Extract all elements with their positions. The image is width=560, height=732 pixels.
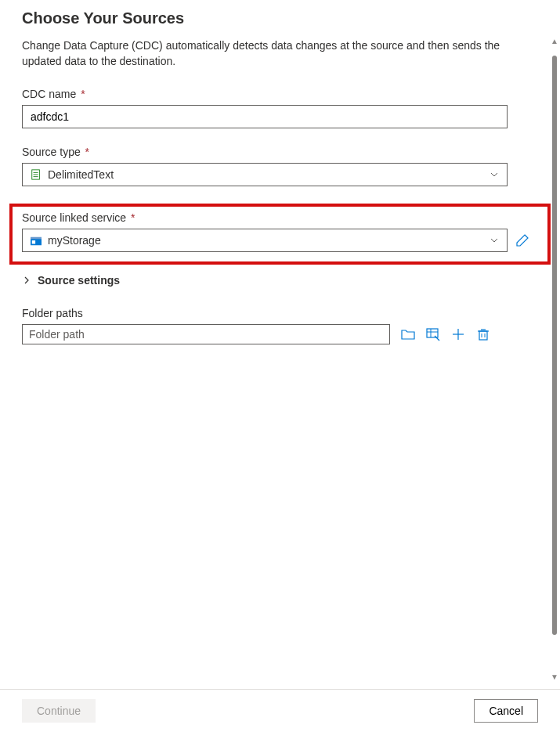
svg-rect-6 [32,240,35,243]
linked-service-value: myStorage [48,234,490,247]
browse-folder-icon[interactable] [401,327,415,341]
cdc-name-field: CDC name * [22,88,538,128]
footer: Continue Cancel [0,689,560,732]
folder-paths-label: Folder paths [22,307,538,319]
source-type-field: Source type * DelimitedText [22,146,538,186]
required-marker: * [131,211,135,224]
chevron-down-icon [490,236,499,245]
edit-icon[interactable] [515,233,529,247]
required-marker: * [85,146,89,158]
required-marker: * [81,88,85,100]
cdc-name-input[interactable] [22,105,508,128]
page-description: Change Data Capture (CDC) automatically … [22,38,523,69]
chevron-down-icon [490,170,499,179]
svg-rect-12 [479,331,487,340]
linked-service-field: Source linked service * myStorage [22,211,538,252]
folder-path-input[interactable] [22,324,390,344]
source-settings-toggle[interactable]: Source settings [22,274,538,287]
form-content: Choose Your Sources Change Data Capture … [0,0,560,689]
linked-service-highlight: Source linked service * myStorage [9,204,551,265]
chevron-right-icon [22,276,31,285]
svg-rect-5 [31,237,42,240]
add-icon[interactable] [451,327,465,341]
source-type-label: Source type * [22,146,538,158]
storage-icon [31,236,42,245]
cdc-name-label: CDC name * [22,88,538,100]
delimited-text-icon [31,169,42,180]
continue-button[interactable]: Continue [22,699,96,723]
folder-paths-field: Folder paths [22,307,538,344]
source-type-select[interactable]: DelimitedText [22,163,508,186]
linked-service-label-text: Source linked service [22,211,126,224]
source-type-label-text: Source type [22,146,81,158]
svg-rect-7 [427,329,438,337]
cdc-name-label-text: CDC name [22,88,76,100]
delete-icon[interactable] [476,327,490,341]
cancel-button[interactable]: Cancel [474,699,538,723]
linked-service-select[interactable]: myStorage [22,229,508,252]
page-title: Choose Your Sources [22,9,538,27]
source-settings-label: Source settings [38,274,120,287]
linked-service-label: Source linked service * [22,211,538,224]
preview-data-icon[interactable] [426,327,440,341]
source-type-value: DelimitedText [48,168,490,181]
